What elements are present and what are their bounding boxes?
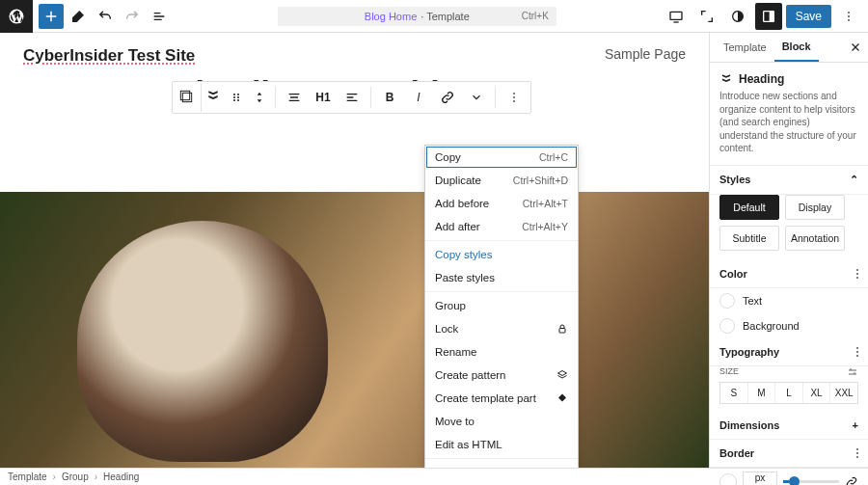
block-inserter-button[interactable] — [39, 4, 64, 29]
crumb-heading[interactable]: Heading — [103, 472, 139, 482]
style-annotation-button[interactable]: Annotation — [785, 226, 845, 251]
align-button[interactable] — [280, 83, 309, 112]
color-options-icon[interactable] — [856, 269, 858, 279]
size-settings-icon[interactable] — [847, 366, 858, 378]
heading-icon — [719, 72, 733, 86]
menu-paste-styles[interactable]: Paste styles — [425, 266, 578, 289]
document-shortcut: Ctrl+K — [522, 11, 549, 21]
svg-point-11 — [237, 99, 239, 101]
plus-icon[interactable]: + — [853, 419, 858, 431]
svg-point-8 — [233, 96, 235, 98]
menu-create-pattern[interactable]: Create pattern — [425, 364, 578, 387]
options-button[interactable] — [835, 3, 862, 30]
wordpress-logo[interactable] — [0, 0, 33, 33]
menu-copy-styles[interactable]: Copy styles — [425, 243, 578, 266]
svg-rect-4 — [182, 93, 191, 101]
crumb-group[interactable]: Group — [62, 472, 89, 482]
template-part-icon — [556, 392, 568, 404]
link-button[interactable] — [433, 83, 462, 112]
border-color-button[interactable] — [719, 473, 737, 486]
settings-sidebar: Template Block Heading Introduce new sec… — [709, 33, 868, 468]
nav-sample-page[interactable]: Sample Page — [605, 46, 686, 66]
svg-rect-0 — [670, 12, 682, 19]
menu-delete[interactable]: DeleteShift+Alt+Z — [425, 461, 578, 468]
menu-edit-html[interactable]: Edit as HTML — [425, 433, 578, 456]
svg-point-7 — [237, 94, 239, 95]
chevron-up-icon: ⌃ — [850, 174, 858, 186]
text-align-button[interactable] — [338, 83, 366, 112]
border-panel-header[interactable]: Border — [710, 440, 868, 468]
menu-move-to[interactable]: Move to — [425, 410, 578, 433]
document-switcher[interactable]: Blog Home · Template Ctrl+K — [172, 7, 663, 26]
svg-point-6 — [233, 94, 235, 95]
document-overview-button[interactable] — [147, 4, 172, 29]
menu-copy[interactable]: CopyCtrl+C — [425, 146, 578, 169]
style-display-button[interactable]: Display — [785, 195, 845, 220]
styles-panel-header[interactable]: Styles⌃ — [710, 166, 868, 195]
tab-block[interactable]: Block — [774, 33, 819, 62]
link-sides-icon[interactable] — [845, 475, 858, 486]
style-default-button[interactable]: Default — [719, 195, 779, 220]
save-button[interactable]: Save — [786, 5, 831, 28]
svg-point-10 — [233, 99, 235, 101]
menu-create-template-part[interactable]: Create template part — [425, 387, 578, 410]
drag-handle[interactable] — [225, 83, 248, 112]
dimensions-panel-header[interactable]: Dimensions+ — [710, 412, 868, 440]
cat-image — [77, 221, 328, 462]
crumb-template[interactable]: Template — [8, 472, 47, 482]
redo-button[interactable] — [120, 4, 145, 29]
block-description: Introduce new sections and organize cont… — [719, 90, 858, 155]
menu-rename[interactable]: Rename — [425, 340, 578, 364]
tab-template[interactable]: Template — [716, 34, 774, 61]
top-toolbar: Blog Home · Template Ctrl+K Save — [0, 0, 868, 33]
block-type-name: Heading — [739, 72, 784, 86]
heading-level-button[interactable]: H1 — [309, 83, 338, 112]
document-type: · Template — [420, 11, 470, 22]
tools-button[interactable] — [66, 4, 91, 29]
move-arrows[interactable] — [248, 83, 271, 112]
color-panel-header[interactable]: Color — [710, 260, 868, 288]
svg-rect-3 — [769, 11, 773, 21]
bold-button[interactable]: B — [375, 83, 404, 112]
border-options-icon[interactable] — [856, 448, 858, 458]
menu-group[interactable]: Group — [425, 294, 578, 317]
border-width-input[interactable]: px — [743, 472, 777, 486]
select-parent-button[interactable] — [173, 83, 202, 112]
zoom-button[interactable] — [693, 3, 720, 30]
text-color-button[interactable]: Text — [710, 288, 868, 313]
site-title[interactable]: CyberInsider Test Site — [23, 46, 195, 66]
svg-rect-12 — [559, 329, 565, 334]
font-size-picker[interactable]: SMLXLXXL — [719, 382, 858, 404]
style-subtitle-button[interactable]: Subtitle — [719, 226, 779, 251]
close-sidebar-button[interactable] — [849, 40, 862, 54]
styles-button[interactable] — [724, 3, 751, 30]
menu-add-after[interactable]: Add afterCtrl+Alt+Y — [425, 215, 578, 238]
svg-point-9 — [237, 96, 239, 98]
size-label: SIZE — [719, 366, 739, 378]
editor-canvas[interactable]: CyberInsider Test Site Sample Page H1 B … — [0, 33, 709, 468]
document-name: Blog Home — [365, 11, 417, 22]
block-options-button[interactable] — [500, 83, 529, 112]
view-desktop-button[interactable] — [663, 3, 690, 30]
lock-icon — [556, 323, 568, 335]
block-context-menu: CopyCtrl+C DuplicateCtrl+Shift+D Add bef… — [424, 145, 579, 468]
menu-duplicate[interactable]: DuplicateCtrl+Shift+D — [425, 169, 578, 192]
border-radius-slider[interactable] — [783, 480, 839, 483]
block-toolbar: H1 B I — [172, 81, 531, 114]
svg-rect-5 — [180, 91, 189, 99]
typography-options-icon[interactable] — [856, 347, 858, 357]
pattern-icon — [556, 369, 568, 381]
undo-button[interactable] — [93, 4, 118, 29]
menu-add-before[interactable]: Add beforeCtrl+Alt+T — [425, 192, 578, 215]
background-color-button[interactable]: Background — [710, 313, 868, 338]
typography-panel-header[interactable]: Typography — [710, 338, 868, 366]
settings-sidebar-button[interactable] — [755, 3, 782, 30]
italic-button[interactable]: I — [404, 83, 433, 112]
menu-lock[interactable]: Lock — [425, 317, 578, 340]
heading-block-icon[interactable] — [202, 83, 225, 112]
more-rich-text-button[interactable] — [462, 83, 491, 112]
featured-image-block[interactable] — [0, 192, 709, 468]
